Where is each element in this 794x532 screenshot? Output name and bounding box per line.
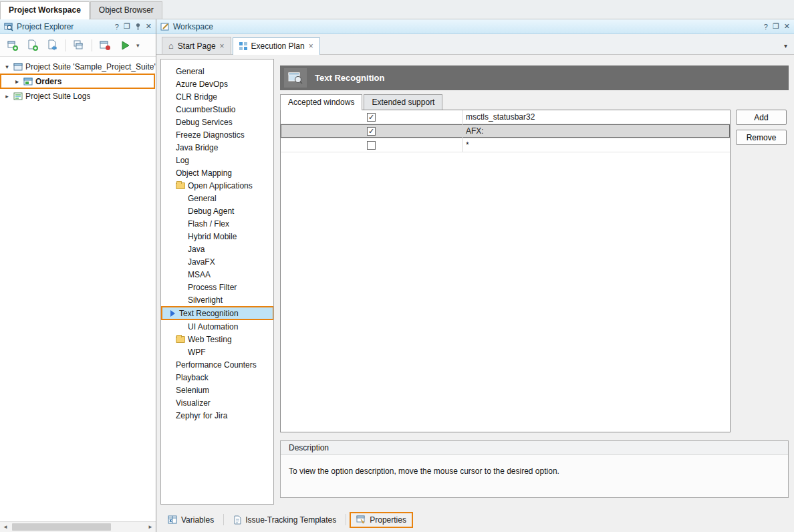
tab-issue-tracking-templates[interactable]: Issue-Tracking Templates [227, 512, 342, 528]
settings-nav-item-label: Web Testing [188, 335, 232, 344]
tab-variables-label: Variables [181, 515, 214, 525]
settings-page-title: Text Recognition [315, 73, 384, 83]
settings-nav-item-object-mapping[interactable]: Object Mapping [161, 166, 273, 179]
settings-nav-item-debug-agent[interactable]: Debug Agent [161, 205, 273, 217]
settings-nav-item-java-bridge[interactable]: Java Bridge [161, 141, 273, 154]
close-panel-icon[interactable]: ✕ [784, 22, 790, 31]
settings-nav-item-web-testing[interactable]: Web Testing [161, 333, 273, 346]
settings-nav-item-open-applications[interactable]: Open Applications [161, 179, 273, 192]
project-explorer-title: Project Explorer [17, 22, 112, 31]
settings-nav: GeneralAzure DevOpsCLR BridgeCucumberStu… [160, 59, 274, 505]
workspace-title: Workspace [173, 22, 761, 31]
settings-nav-item-hybrid-mobile[interactable]: Hybrid Mobile [161, 230, 273, 243]
settings-nav-item-visualizer[interactable]: Visualizer [161, 396, 273, 409]
tab-accepted-windows[interactable]: Accepted windows [280, 94, 362, 110]
settings-nav-item-azure-devops[interactable]: Azure DevOps [161, 78, 273, 90]
settings-nav-item-clr-bridge[interactable]: CLR Bridge [161, 90, 273, 103]
settings-nav-item-cucumberstudio[interactable]: CucumberStudio [161, 103, 273, 116]
settings-nav-item-ui-automation[interactable]: UI Automation [161, 320, 273, 333]
help-icon[interactable]: ? [764, 23, 768, 31]
accepted-window-row[interactable]: ✓msctls_statusbar32 [281, 110, 730, 124]
add-project-button[interactable] [24, 37, 41, 54]
settings-nav-item-silverlight[interactable]: Silverlight [161, 293, 273, 306]
tab-project-workspace[interactable]: Project Workspace [0, 1, 90, 19]
project-explorer-toolbar: ▾ [0, 34, 156, 57]
settings-nav-item-javafx[interactable]: JavaFX [161, 255, 273, 268]
close-tab-icon[interactable]: × [309, 41, 313, 51]
main-window-tabs: Project Workspace Object Browser [0, 0, 794, 19]
settings-nav-item-label: Hybrid Mobile [188, 232, 237, 241]
settings-nav-item-selenium[interactable]: Selenium [161, 384, 273, 396]
add-button[interactable]: Add [736, 110, 787, 125]
accepted-window-name: * [462, 138, 730, 152]
tree-item-project-suite[interactable]: ▾ Project Suite 'Sample_Project_Suite' (… [0, 59, 156, 74]
settings-page: Text Recognition Accepted windows Extend… [280, 59, 789, 505]
project-explorer-icon [4, 22, 13, 31]
logs-icon [13, 92, 23, 100]
tree-item-project-suite-logs[interactable]: ▸ Project Suite Logs [0, 89, 156, 103]
tab-properties[interactable]: Properties [350, 512, 413, 528]
settings-nav-item-process-filter[interactable]: Process Filter [161, 281, 273, 293]
accepted-window-row[interactable]: ✓AFX: [281, 124, 730, 138]
scrollbar-track[interactable] [11, 522, 145, 532]
tab-start-page[interactable]: ⌂ Start Page × [162, 37, 231, 54]
add-project-suite-button[interactable] [4, 37, 21, 54]
settings-nav-item-playback[interactable]: Playback [161, 371, 273, 384]
row-checkbox[interactable] [367, 141, 376, 150]
tab-object-browser[interactable]: Object Browser [90, 1, 162, 19]
help-icon[interactable]: ? [115, 23, 119, 31]
settings-nav-item-text-recognition[interactable]: Text Recognition [161, 306, 274, 320]
remove-button[interactable]: Remove [736, 130, 787, 145]
tab-variables[interactable]: Variables [162, 512, 220, 528]
project-suite-icon [13, 63, 23, 71]
settings-nav-item-freeze-diagnostics[interactable]: Freeze Diagnostics [161, 128, 273, 141]
settings-nav-item-zephyr-for-jira[interactable]: Zephyr for Jira [161, 409, 273, 422]
settings-nav-item-wpf[interactable]: WPF [161, 346, 273, 358]
tab-execution-plan[interactable]: Execution Plan × [233, 37, 320, 55]
settings-nav-item-general[interactable]: General [161, 65, 273, 78]
checkbox-cell: ✓ [281, 124, 462, 138]
description-panel: Description To view the option descripti… [280, 440, 789, 498]
tab-separator [223, 514, 224, 525]
record-test-button[interactable] [96, 37, 114, 54]
tab-extended-support[interactable]: Extended support [364, 94, 442, 110]
maximize-icon[interactable]: ❐ [773, 22, 779, 31]
horizontal-scrollbar[interactable]: ◄ ► [0, 521, 156, 532]
settings-nav-item-label: General [176, 67, 205, 76]
tree-expanded-icon[interactable]: ▾ [3, 63, 11, 70]
workspace-header: Workspace ? ❐ ✕ [156, 19, 794, 34]
settings-nav-item-msaa[interactable]: MSAA [161, 268, 273, 281]
tree-collapsed-icon[interactable]: ▸ [13, 78, 21, 85]
settings-nav-item-flash-flex[interactable]: Flash / Flex [161, 217, 273, 230]
project-icon [23, 78, 33, 86]
settings-nav-item-label: Process Filter [188, 283, 237, 292]
settings-nav-item-general[interactable]: General [161, 192, 273, 205]
scroll-right-icon[interactable]: ► [145, 524, 156, 530]
add-existing-item-button[interactable] [70, 37, 88, 54]
open-project-button[interactable] [44, 37, 61, 54]
close-tab-icon[interactable]: × [220, 41, 225, 51]
properties-icon [356, 515, 366, 524]
close-panel-icon[interactable]: ✕ [146, 22, 152, 31]
tree-item-label: Project Suite 'Sample_Project_Suite' (1 … [25, 62, 156, 72]
run-project-button[interactable] [116, 37, 134, 54]
settings-nav-item-label: General [188, 194, 217, 203]
run-dropdown-arrow-icon[interactable]: ▾ [136, 42, 140, 49]
accepted-window-row[interactable]: * [281, 138, 730, 152]
scroll-left-icon[interactable]: ◄ [0, 524, 11, 530]
settings-nav-item-performance-counters[interactable]: Performance Counters [161, 358, 273, 371]
tab-list-dropdown-icon[interactable]: ▾ [784, 42, 787, 49]
maximize-icon[interactable]: ❐ [124, 22, 130, 31]
tree-item-orders[interactable]: ▸ Orders [0, 74, 155, 89]
row-checkbox[interactable]: ✓ [367, 127, 376, 136]
settings-nav-item-debug-services[interactable]: Debug Services [161, 116, 273, 128]
settings-nav-item-java[interactable]: Java [161, 243, 273, 255]
pin-icon[interactable] [135, 23, 141, 31]
project-explorer-header: Project Explorer ? ❐ ✕ [0, 19, 156, 34]
issue-tracking-icon [233, 515, 241, 525]
row-checkbox[interactable]: ✓ [367, 113, 376, 122]
tree-collapsed-icon[interactable]: ▸ [3, 93, 11, 100]
settings-nav-item-log[interactable]: Log [161, 154, 273, 166]
scrollbar-thumb[interactable] [12, 523, 111, 531]
settings-nav-item-label: Text Recognition [179, 309, 239, 318]
